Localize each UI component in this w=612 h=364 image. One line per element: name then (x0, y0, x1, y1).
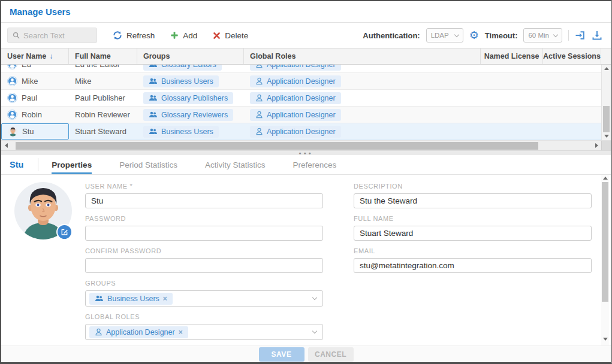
confirm-password-field[interactable] (85, 258, 323, 273)
manage-users-window: Manage Users Refresh Add (0, 0, 612, 364)
scrollbar-track[interactable] (11, 142, 592, 150)
role-chip[interactable]: Application Designer (250, 126, 341, 138)
email-field[interactable] (354, 258, 592, 273)
detail-title: Stu (10, 160, 23, 169)
table-horizontal-scrollbar[interactable] (1, 140, 611, 150)
timeout-select[interactable]: 60 Min (523, 28, 562, 43)
avatar (13, 181, 73, 241)
confirm-password-label: CONFIRM PASSWORD (85, 247, 323, 254)
groups-multiselect[interactable]: Business Users × (85, 290, 323, 307)
table-header: User Name ↓ Full Name Groups Global Role… (1, 48, 611, 65)
refresh-button[interactable]: Refresh (113, 31, 155, 40)
column-header-full-name[interactable]: Full Name (69, 48, 137, 64)
table-row-robin[interactable]: Robin Robin Reviewer Glossary Reviewers … (1, 107, 611, 123)
refresh-icon (113, 31, 122, 40)
full-name-field[interactable] (354, 226, 592, 241)
group-chip[interactable]: Glossary Editors (143, 65, 222, 71)
table-row-ed[interactable]: Ed Ed the Editor Glossary Editors Applic… (1, 65, 611, 73)
cancel-button[interactable]: CANCEL (308, 347, 354, 362)
group-chip[interactable]: Glossary Publishers (143, 92, 233, 104)
group-chip[interactable]: Business Users (143, 75, 219, 87)
table-vertical-scrollbar[interactable] (601, 65, 611, 140)
password-field[interactable] (85, 226, 323, 241)
scrollbar-thumb[interactable] (16, 142, 538, 150)
table-row-mike[interactable]: Mike Mike Business Users Application Des… (1, 73, 611, 90)
scroll-down-icon[interactable] (601, 338, 609, 341)
delete-label: Delete (225, 31, 248, 40)
chevron-down-icon (312, 329, 317, 333)
x-icon (213, 32, 221, 40)
column-header-named-license[interactable]: Named License (481, 48, 543, 64)
password-label: PASSWORD (85, 215, 323, 222)
search-input[interactable] (23, 31, 92, 40)
scrollbar-corner (601, 141, 611, 150)
people-icon (149, 111, 158, 118)
scroll-up-icon[interactable] (602, 67, 611, 70)
email-label: EMAIL (354, 247, 592, 254)
chevron-down-icon (312, 295, 317, 300)
role-chip[interactable]: Application Designer × (89, 326, 188, 338)
scroll-down-icon[interactable] (602, 135, 611, 138)
user-avatar-icon (7, 65, 17, 69)
panel-splitter[interactable]: ●●● (1, 150, 611, 155)
person-icon (95, 328, 102, 336)
title-bar: Manage Users (1, 1, 611, 23)
tab-preferences[interactable]: Preferences (293, 155, 336, 174)
remove-chip-icon[interactable]: × (179, 328, 183, 336)
form-footer: SAVE CANCEL (1, 345, 611, 362)
column-header-user-name[interactable]: User Name ↓ (1, 48, 69, 64)
scroll-right-icon[interactable] (592, 143, 601, 148)
save-button[interactable]: SAVE (259, 347, 305, 362)
search-box[interactable] (7, 28, 97, 43)
timeout-value: 60 Min (528, 32, 549, 39)
role-chip[interactable]: Application Designer (250, 75, 341, 87)
full-name-label: FULL NAME (354, 215, 592, 222)
description-field[interactable] (354, 193, 592, 208)
column-header-global-roles[interactable]: Global Roles (244, 48, 481, 64)
scroll-left-icon[interactable] (1, 143, 11, 148)
remove-chip-icon[interactable]: × (163, 295, 167, 303)
person-icon (255, 94, 263, 102)
column-header-groups[interactable]: Groups (137, 48, 244, 64)
user-name-field[interactable] (85, 193, 323, 208)
people-icon (149, 78, 158, 84)
add-button[interactable]: Add (170, 31, 197, 40)
toolbar-right: Authentication: LDAP ⚙ Timeout: 60 Min (363, 28, 605, 43)
table-row-paul[interactable]: Paul Paul Publisher Glossary Publishers … (1, 90, 611, 107)
role-chip[interactable]: Application Designer (250, 65, 341, 71)
role-chip[interactable]: Application Designer (250, 92, 341, 104)
table-row-stu-selected[interactable]: Stu Stuart Steward Business Users Applic… (1, 123, 611, 140)
people-icon (149, 95, 158, 101)
splitter-handle[interactable]: ●●● (299, 151, 313, 155)
sign-in-sessions-icon[interactable] (575, 30, 586, 41)
chevron-down-icon (454, 32, 459, 37)
tab-properties[interactable]: Properties (52, 155, 92, 174)
plus-icon (170, 31, 179, 40)
gear-icon[interactable]: ⚙ (469, 30, 479, 41)
column-header-active-sessions[interactable]: Active Sessions (543, 48, 601, 64)
toolbar-divider (568, 30, 569, 41)
add-label: Add (183, 31, 197, 40)
tab-period-statistics[interactable]: Period Statistics (119, 155, 177, 174)
group-chip[interactable]: Business Users × (89, 293, 173, 305)
edit-avatar-button[interactable] (56, 224, 73, 240)
download-icon[interactable] (592, 30, 602, 41)
tab-activity-statistics[interactable]: Activity Statistics (205, 155, 266, 174)
person-icon (255, 111, 263, 119)
role-chip[interactable]: Application Designer (250, 109, 341, 121)
detail-panel-body: USER NAME * PASSWORD CONFIRM PASSWORD GR… (1, 175, 611, 345)
global-roles-multiselect[interactable]: Application Designer × (85, 324, 323, 340)
delete-button[interactable]: Delete (213, 31, 248, 40)
person-icon (255, 65, 263, 68)
group-chip[interactable]: Glossary Reviewers (143, 109, 233, 121)
authentication-select[interactable]: LDAP (426, 28, 463, 43)
scrollbar-thumb[interactable] (603, 106, 610, 132)
scrollbar-thumb[interactable] (602, 182, 608, 302)
person-icon (255, 77, 263, 85)
group-chip[interactable]: Business Users (143, 126, 219, 138)
panel-vertical-scrollbar[interactable] (601, 175, 609, 345)
timeout-label: Timeout: (485, 31, 518, 40)
person-icon (255, 128, 263, 135)
scroll-up-icon[interactable] (601, 177, 609, 180)
detail-tabs: Properties Period Statistics Activity St… (52, 155, 336, 174)
